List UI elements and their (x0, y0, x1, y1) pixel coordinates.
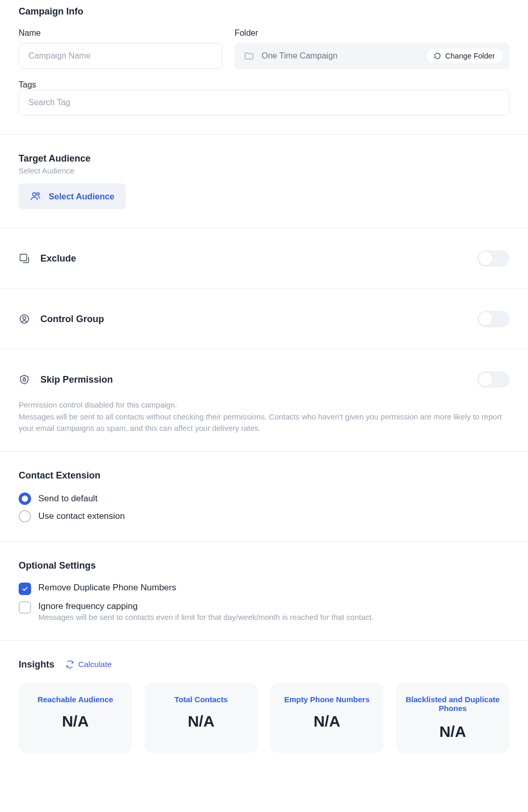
insight-card-value: N/A (25, 713, 126, 730)
radio-send-default-label: Send to default (38, 494, 97, 504)
svg-point-0 (33, 193, 36, 196)
campaign-name-input[interactable] (19, 43, 222, 69)
sync-icon (66, 660, 74, 669)
remove-duplicates-label: Remove Duplicate Phone Numbers (38, 583, 176, 593)
insight-card-title: Reachable Audience (25, 695, 126, 705)
exclude-toggle[interactable] (477, 250, 509, 267)
insight-card-total-contacts: Total Contacts N/A (144, 683, 258, 753)
radio-use-extension-label: Use contact extension (38, 511, 125, 521)
exclude-icon (19, 253, 30, 264)
select-audience-label: Select Audience (49, 192, 114, 201)
checkbox-icon (19, 583, 31, 595)
radio-send-default[interactable]: Send to default (19, 492, 509, 505)
insight-card-title: Empty Phone Numbers (276, 695, 377, 705)
skip-permission-title: Skip Permission (40, 374, 467, 385)
insight-card-reachable: Reachable Audience N/A (19, 683, 132, 753)
insight-card-empty-phones: Empty Phone Numbers N/A (270, 683, 384, 753)
calculate-button[interactable]: Calculate (66, 660, 112, 669)
checkbox-icon (19, 601, 31, 614)
folder-display: One Time Campaign Change Folder (234, 43, 509, 69)
campaign-info-header: Campaign Info (19, 6, 509, 17)
radio-icon (19, 510, 31, 523)
user-circle-icon (19, 313, 30, 325)
change-folder-button[interactable]: Change Folder (427, 49, 502, 63)
checkbox-ignore-frequency-capping[interactable]: Ignore frequency capping Messages will b… (19, 601, 509, 621)
skip-permission-description: Permission control disabled for this cam… (19, 399, 509, 434)
control-group-row: Control Group (0, 289, 528, 350)
insight-card-value: N/A (402, 723, 503, 741)
insight-card-blacklisted: Blacklisted and Duplicate Phones N/A (396, 683, 509, 753)
exclude-row: Exclude (0, 228, 528, 289)
ignore-capping-label: Ignore frequency capping (38, 601, 374, 612)
folder-icon (244, 51, 254, 61)
control-group-toggle[interactable] (477, 311, 509, 327)
target-audience-header: Target Audience (19, 153, 509, 164)
insight-card-value: N/A (151, 713, 252, 730)
contact-extension-section: Contact Extension Send to default Use co… (0, 452, 528, 542)
skip-permission-section: Skip Permission Permission control disab… (0, 350, 528, 452)
svg-rect-5 (23, 379, 26, 381)
change-folder-label: Change Folder (445, 52, 495, 60)
exclude-title: Exclude (40, 253, 467, 264)
insight-card-title: Blacklisted and Duplicate Phones (402, 695, 503, 716)
insight-card-value: N/A (276, 713, 377, 730)
svg-point-4 (23, 316, 26, 320)
calculate-label: Calculate (78, 660, 112, 669)
skip-permission-toggle[interactable] (477, 371, 509, 388)
folder-name-value: One Time Campaign (261, 51, 419, 61)
svg-rect-2 (20, 254, 27, 261)
campaign-info-section: Campaign Info Name Folder One Time Campa… (0, 0, 528, 135)
ignore-capping-sub: Messages will be sent to contacts even i… (38, 613, 374, 621)
select-audience-button[interactable]: Select Audience (19, 183, 126, 209)
insights-header: Insights (19, 659, 54, 670)
folder-label: Folder (234, 28, 509, 38)
audience-icon (30, 191, 41, 202)
tags-label: Tags (19, 80, 36, 89)
name-label: Name (19, 28, 222, 38)
contact-extension-header: Contact Extension (19, 470, 509, 481)
svg-point-1 (37, 193, 39, 195)
refresh-icon (434, 52, 441, 60)
target-audience-section: Target Audience Select Audience Select A… (0, 135, 528, 228)
insight-card-title: Total Contacts (151, 695, 252, 705)
radio-use-extension[interactable]: Use contact extension (19, 510, 509, 523)
checkbox-remove-duplicates[interactable]: Remove Duplicate Phone Numbers (19, 583, 509, 595)
optional-settings-section: Optional Settings Remove Duplicate Phone… (0, 542, 528, 641)
insights-section: Insights Calculate Reachable Audience N/… (0, 641, 528, 753)
shield-lock-icon (19, 374, 30, 385)
tags-search-input[interactable] (19, 90, 509, 115)
optional-settings-header: Optional Settings (19, 560, 509, 571)
target-audience-sub: Select Audience (19, 166, 509, 175)
control-group-title: Control Group (40, 314, 467, 325)
radio-icon (19, 492, 31, 505)
